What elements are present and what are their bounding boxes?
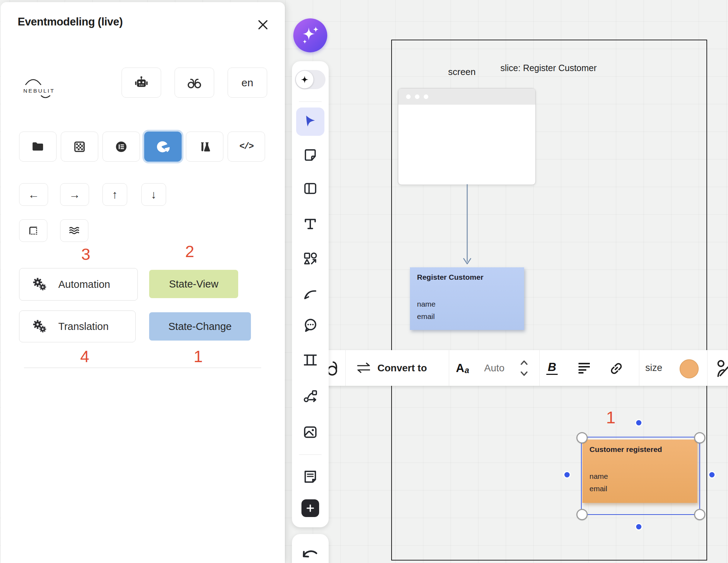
comment-icon xyxy=(302,317,318,333)
bold-icon: B xyxy=(546,361,558,375)
review-mode-button[interactable] xyxy=(175,68,214,98)
undo-redo-panel xyxy=(292,534,329,563)
automation-label: Automation xyxy=(58,279,110,290)
waves-icon xyxy=(68,225,81,236)
tool-frame[interactable] xyxy=(292,352,329,368)
convert-to-button[interactable]: Convert to xyxy=(377,350,427,386)
tool-comment[interactable] xyxy=(292,317,329,333)
lab-flasks-icon xyxy=(198,140,212,154)
tool-shapes[interactable] xyxy=(292,251,329,267)
sparkle-icon xyxy=(300,75,309,84)
language-label: en xyxy=(241,77,253,89)
tool-sidebar xyxy=(292,61,329,527)
toolbar-divider xyxy=(449,350,449,386)
list-circle-icon xyxy=(115,140,128,153)
color-swatch[interactable] xyxy=(680,359,699,378)
tool-pen[interactable] xyxy=(292,285,329,301)
state-view-button[interactable]: State-View xyxy=(149,270,238,298)
browser-window-mockup[interactable] xyxy=(398,88,536,185)
filter-folder-button[interactable] xyxy=(19,132,57,162)
selection-box xyxy=(581,437,700,515)
connector-dot-bottom[interactable] xyxy=(636,524,641,529)
robot-assistant-button[interactable] xyxy=(122,68,161,98)
divider xyxy=(24,367,261,368)
tool-connector[interactable] xyxy=(292,388,329,405)
browser-dot xyxy=(406,94,411,99)
tool-select-cursor[interactable] xyxy=(296,108,324,136)
ai-assistant-button[interactable] xyxy=(293,18,327,52)
move-down-button[interactable]: ↓ xyxy=(141,183,166,206)
toolbar-divider xyxy=(707,350,708,386)
undo-icon xyxy=(301,545,319,560)
svg-text:NEBULIT: NEBULIT xyxy=(23,88,55,94)
filter-lab-button[interactable] xyxy=(186,132,223,162)
checkerboard-icon xyxy=(73,140,86,153)
align-left-icon[interactable] xyxy=(577,362,592,374)
person-partial-icon[interactable] xyxy=(717,359,728,377)
automation-button[interactable]: Automation xyxy=(19,268,138,301)
pen-icon xyxy=(302,285,318,301)
filter-grid-button[interactable] xyxy=(61,132,98,162)
gears-icon xyxy=(32,319,47,333)
frame-title[interactable]: screen xyxy=(448,66,476,77)
sticky-note-icon xyxy=(303,147,318,163)
tool-text[interactable] xyxy=(292,216,329,232)
connector-dot-top[interactable] xyxy=(636,420,641,425)
arrow-left-icon: ← xyxy=(28,189,39,200)
tool-image[interactable] xyxy=(292,424,329,440)
orange-swatch xyxy=(680,359,699,378)
move-up-button[interactable]: ↑ xyxy=(102,183,127,206)
reading-glasses-icon xyxy=(186,76,202,90)
browser-titlebar xyxy=(398,88,535,105)
move-right-button[interactable]: → xyxy=(60,183,89,206)
connector-dot-left[interactable] xyxy=(564,472,570,477)
tool-add-more[interactable] xyxy=(301,499,319,517)
filter-pie-button-selected[interactable] xyxy=(144,132,182,162)
tool-sticky-note[interactable] xyxy=(292,147,329,163)
shapes-icon xyxy=(302,251,318,267)
connector-icon xyxy=(302,388,318,405)
format-toolbar: Convert to Aa Auto B xyxy=(324,350,728,386)
link-icon[interactable] xyxy=(609,361,624,376)
toolbar-divider xyxy=(345,350,346,386)
frame-select-button[interactable] xyxy=(19,219,47,242)
connector-arrow[interactable] xyxy=(461,184,474,266)
close-button[interactable] xyxy=(255,17,271,33)
command-sticky-register-customer[interactable]: Register Customer name email xyxy=(410,267,524,330)
tool-layout-template[interactable] xyxy=(292,181,329,196)
layout-panel-icon xyxy=(303,181,318,196)
slice-title[interactable]: slice: Register Customer xyxy=(500,63,597,73)
move-left-button[interactable]: ← xyxy=(19,183,48,206)
resize-handle-top-right[interactable] xyxy=(694,432,705,443)
annotation-1-panel: 1 xyxy=(194,347,203,366)
toolbar-divider xyxy=(639,350,639,386)
code-icon: </> xyxy=(239,141,253,152)
resize-handle-bottom-right[interactable] xyxy=(694,509,705,520)
toolbar-divider xyxy=(539,350,540,386)
translation-button[interactable]: Translation xyxy=(19,310,136,342)
pie-chart-icon xyxy=(156,140,170,154)
undo-button[interactable] xyxy=(301,545,319,563)
state-view-label: State-View xyxy=(169,278,218,290)
connector-dot-right[interactable] xyxy=(709,472,715,477)
state-change-button[interactable]: State-Change xyxy=(149,312,251,341)
translation-label: Translation xyxy=(58,321,108,332)
annotation-4: 4 xyxy=(80,347,89,366)
gears-icon xyxy=(32,277,47,291)
font-size-stepper[interactable] xyxy=(518,359,530,377)
resize-handle-top-left[interactable] xyxy=(576,432,588,443)
tool-document[interactable] xyxy=(292,469,329,485)
bold-button[interactable]: B xyxy=(546,350,558,386)
language-button[interactable]: en xyxy=(228,68,267,98)
filter-list-button[interactable] xyxy=(102,132,140,162)
ai-toggle[interactable] xyxy=(295,70,325,89)
resize-handle-bottom-left[interactable] xyxy=(576,509,588,520)
eventmodeling-whiteboard-app: { "panel": { "title": "Eventmodeling (li… xyxy=(0,0,728,563)
font-style-button[interactable]: Aa xyxy=(456,350,469,386)
filter-code-button[interactable]: </> xyxy=(228,132,265,162)
state-change-label: State-Change xyxy=(169,321,232,332)
glasses-partial-icon[interactable] xyxy=(327,358,344,378)
font-size-value[interactable]: Auto xyxy=(484,350,505,386)
waves-button[interactable] xyxy=(60,219,88,242)
cursor-icon xyxy=(302,114,318,130)
